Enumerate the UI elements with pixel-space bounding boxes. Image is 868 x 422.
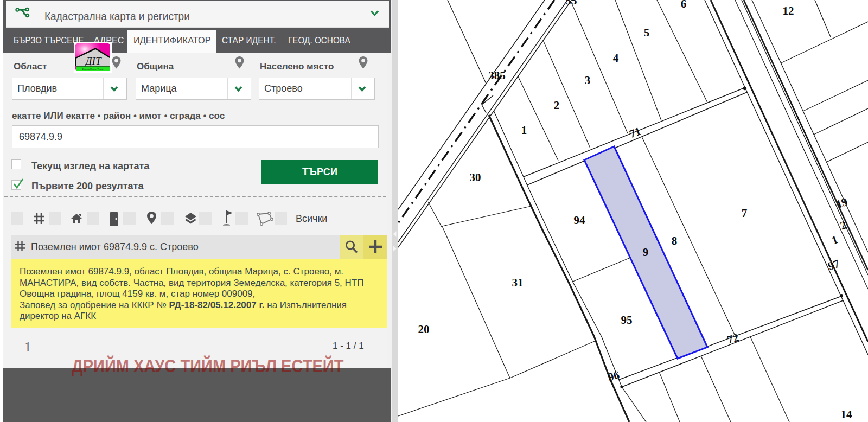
svg-text:ДIT: ДIT <box>85 55 102 67</box>
svg-text:1: 1 <box>830 233 840 247</box>
svg-text:72: 72 <box>726 331 740 347</box>
svg-text:3: 3 <box>585 74 591 87</box>
svg-text:19: 19 <box>834 195 850 212</box>
svg-text:7: 7 <box>742 207 748 220</box>
svg-text:5: 5 <box>644 26 650 39</box>
svg-text:8: 8 <box>672 234 678 247</box>
svg-text:20: 20 <box>418 323 430 336</box>
svg-text:9: 9 <box>643 246 649 259</box>
svg-text:385: 385 <box>488 69 506 82</box>
svg-text:2: 2 <box>554 99 560 112</box>
svg-text:4: 4 <box>613 52 619 65</box>
svg-text:94: 94 <box>574 214 586 227</box>
svg-text:DreamHouse Team: DreamHouse Team <box>82 68 104 71</box>
svg-text:6: 6 <box>681 0 687 10</box>
svg-text:95: 95 <box>621 314 633 327</box>
svg-text:96: 96 <box>607 368 621 384</box>
svg-text:97: 97 <box>826 257 841 273</box>
svg-text:30: 30 <box>470 171 481 184</box>
svg-text:14: 14 <box>841 408 853 421</box>
svg-text:1: 1 <box>521 124 527 137</box>
svg-text:55: 55 <box>566 0 577 7</box>
svg-text:12: 12 <box>783 4 794 17</box>
svg-text:71: 71 <box>628 125 643 141</box>
svg-text:31: 31 <box>512 276 524 289</box>
